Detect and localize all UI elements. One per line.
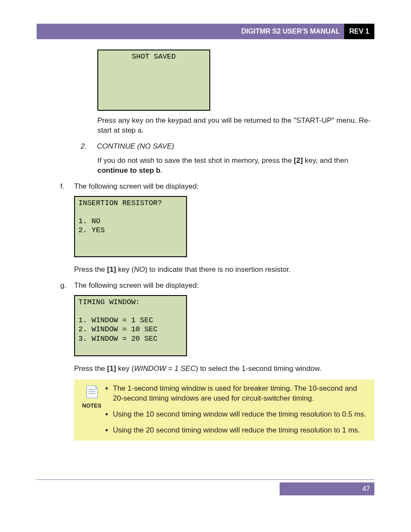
text-fragment: key ( (116, 364, 134, 373)
option-continue-no-save: 2. CONTINUE (NO SAVE) (81, 142, 374, 152)
step-text: The following screen will be displayed: (74, 281, 199, 291)
text-fragment: Press the (74, 364, 107, 373)
notes-callout: NOTES The 1-second timing window is used… (74, 380, 374, 441)
step-text: The following screen will be displayed: (74, 182, 199, 192)
step-f: f. The following screen will be displaye… (60, 182, 374, 192)
text-fragment: key, and then (303, 156, 349, 165)
text-fragment: Press the (74, 265, 107, 274)
option-number: 2. (81, 142, 97, 152)
notes-list: The 1-second timing window is used for b… (113, 384, 368, 436)
press-1-window-text: Press the [1] key (WINDOW = 1 SEC) to se… (74, 364, 374, 374)
press-any-key-text: Press any key on the keypad and you will… (97, 116, 374, 136)
option-window-1-sec: WINDOW = 1 SEC (134, 364, 196, 373)
lcd-insertion-resistor: INSERTION RESISTOR? 1. NO 2. YES (74, 196, 187, 257)
text-fragment: If you do not wish to save the test shot… (97, 156, 294, 165)
no-save-instruction: If you do not wish to save the test shot… (97, 156, 374, 176)
footer-rule (37, 479, 374, 480)
page-number: 47 (280, 482, 374, 495)
note-item: Using the 10 second timing window will r… (113, 410, 368, 420)
key-1: [1] (107, 265, 116, 274)
option-no: NO (134, 265, 145, 274)
text-fragment: ) to select the 1-second timing window. (196, 364, 321, 373)
step-letter-label: f. (60, 182, 74, 192)
step-g: g. The following screen will be displaye… (60, 281, 374, 291)
page-footer: 47 (37, 479, 374, 495)
page-header: DIGITMR S2 USER'S MANUAL REV 1 (37, 24, 374, 39)
note-item: The 1-second timing window is used for b… (113, 384, 368, 404)
text-fragment: ) to indicate that there is no insertion… (145, 265, 290, 274)
key-1: [1] (107, 364, 116, 373)
header-title: DIGITMR S2 USER'S MANUAL (37, 24, 344, 39)
text-fragment: . (160, 166, 162, 174)
notes-label: NOTES (82, 402, 102, 410)
continue-to-step-b: continue to step b (97, 166, 160, 174)
key-2: [2] (294, 156, 303, 165)
option-label: CONTINUE (NO SAVE) (97, 142, 174, 152)
lcd-timing-window: TIMING WINDOW: 1. WINDOW = 1 SEC 2. WIND… (74, 295, 187, 356)
text-fragment: key ( (116, 265, 134, 274)
header-rev: REV 1 (344, 24, 374, 39)
lcd-shot-saved: SHOT SAVED (97, 50, 210, 111)
note-icon (84, 384, 100, 399)
press-1-no-text: Press the [1] key (NO) to indicate that … (74, 265, 374, 275)
step-letter-label: g. (60, 281, 74, 291)
note-item: Using the 20 second timing window will r… (113, 426, 368, 436)
